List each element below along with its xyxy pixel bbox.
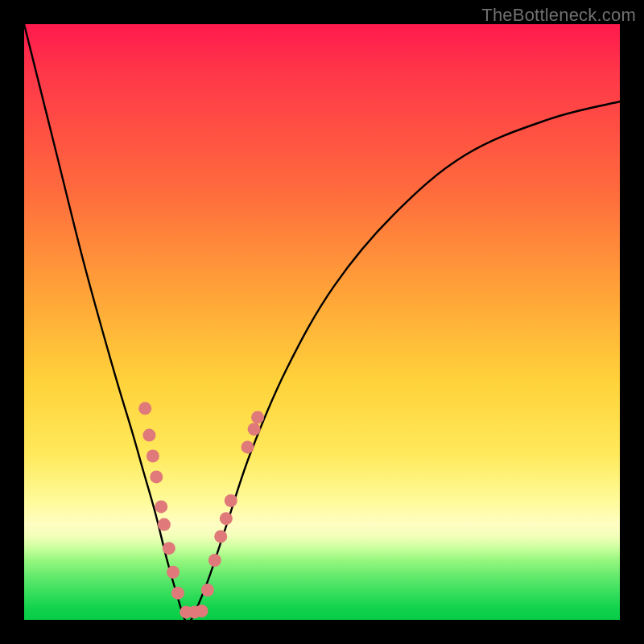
sample-point bbox=[138, 402, 151, 415]
sample-point bbox=[158, 518, 171, 531]
sample-point bbox=[251, 411, 264, 423]
sample-point bbox=[201, 584, 214, 597]
sample-point bbox=[150, 470, 163, 483]
sample-point bbox=[220, 512, 233, 525]
curve-layer bbox=[24, 24, 620, 620]
sample-point bbox=[147, 450, 159, 463]
sample-points-group bbox=[138, 402, 264, 618]
sample-point bbox=[142, 429, 155, 442]
sample-point bbox=[163, 542, 175, 555]
watermark-label: TheBottleneck.com bbox=[481, 5, 636, 26]
sample-point bbox=[225, 494, 237, 507]
bottleneck-curve bbox=[24, 24, 620, 620]
sample-point bbox=[171, 587, 184, 600]
sample-point bbox=[214, 530, 227, 543]
sample-point bbox=[167, 566, 180, 579]
sample-point bbox=[242, 440, 254, 453]
plot-area bbox=[24, 24, 620, 620]
sample-point bbox=[248, 423, 261, 436]
sample-point bbox=[155, 500, 167, 513]
sample-point bbox=[208, 554, 221, 567]
sample-point bbox=[196, 605, 208, 617]
chart-frame: TheBottleneck.com bbox=[0, 0, 644, 644]
